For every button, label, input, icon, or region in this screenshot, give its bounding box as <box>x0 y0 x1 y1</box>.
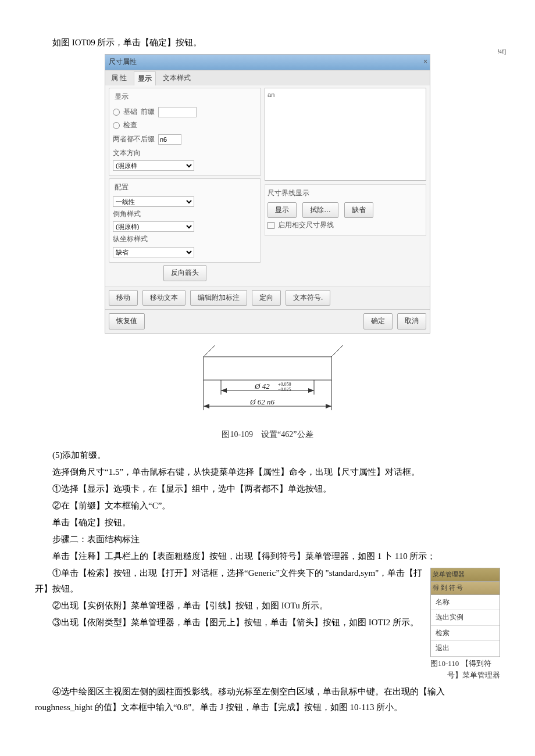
radio-basic[interactable] <box>113 109 120 116</box>
p-5c: ②在【前缀】文本框输入“C”。 <box>35 498 500 514</box>
figure-caption-109: 图10-109 设置“462”公差 <box>186 427 349 442</box>
dim1-value: Ø 42 <box>254 382 270 390</box>
config-group-title: 配置 <box>113 181 130 194</box>
chamfer-style-select[interactable]: (照原样) <box>113 221 194 232</box>
enable-intersect-checkbox[interactable] <box>268 222 274 229</box>
ordinate-style-select[interactable]: 缺省 <box>113 247 194 257</box>
erase-button[interactable]: 拭除… <box>302 202 338 218</box>
p-step2: 步骤二：表面结构标注 <box>35 532 500 547</box>
menu-item-name[interactable]: 名称 <box>431 595 500 611</box>
tolerance-figure: Ø 42 +0.050 −0.025 Ø 62 n6 图10-109 设置“46… <box>186 339 349 442</box>
tab-properties[interactable]: 属 性 <box>108 71 130 86</box>
move-text-button[interactable]: 移动文本 <box>142 290 186 306</box>
menu-item-pick-instance[interactable]: 选出实例 <box>431 610 500 626</box>
p-5d: 单击【确定】按钮。 <box>35 515 500 531</box>
dialog-footer-2: 恢复值 确定 取消 <box>105 309 430 333</box>
ordinate-style-label: 纵坐标样式 <box>113 233 148 246</box>
annotation-text-area[interactable]: an <box>265 88 426 181</box>
orient-button[interactable]: 定向 <box>252 290 281 306</box>
intro-paragraph: 如图 IOT09 所示，单击【确定】按钮。 <box>35 35 500 51</box>
dim1-lower-tol: −0.025 <box>278 387 291 392</box>
edit-attach-button[interactable]: 编辑附加标注 <box>190 290 247 306</box>
text-direction-select[interactable]: (照原样 <box>113 160 194 171</box>
dialog-tabs: 属 性 显示 文本样式 <box>105 70 430 86</box>
reverse-arrow-button[interactable]: 反向箭头 <box>163 265 206 281</box>
get-symbol-header: 得 到 符 号 <box>431 582 500 595</box>
dialog-footer: 移动 移动文本 编辑附加标注 定向 文本符号. <box>105 286 430 310</box>
dimension-properties-dialog: 尺寸属性 × 属 性 显示 文本样式 显示 基础 前缀 <box>105 54 430 334</box>
p-5a: 选择倒角尺寸“1.5”，单击鼠标右键，从快捷菜单选择【属性】命令，出现【尺寸属性… <box>35 464 500 480</box>
get-symbol-menu-figure: 菜单管理器 得 到 符 号 名称 选出实例 检索 退出 图10-110 【得到符… <box>430 568 500 680</box>
both-no-suffix-label: 两者都不后缀 <box>113 133 155 146</box>
cancel-button[interactable]: 取消 <box>397 313 426 329</box>
text-direction-label: 文本方向 <box>113 147 141 160</box>
svg-rect-0 <box>204 357 331 380</box>
svg-line-1 <box>204 345 215 357</box>
text-symbol-button[interactable]: 文本符号. <box>286 290 330 306</box>
move-button[interactable]: 移动 <box>109 290 138 306</box>
restore-button[interactable]: 恢复值 <box>109 313 145 329</box>
prefix-input[interactable] <box>158 107 197 117</box>
dialog-right-column: an 尺寸界线显示 显示 拭除… 缺省 启用相交尺寸界线 <box>265 88 426 282</box>
show-button[interactable]: 显示 <box>268 202 297 218</box>
config-select[interactable]: 一线性 <box>113 196 194 207</box>
prefix-label: 前缀 <box>141 106 155 119</box>
display-group: 显示 基础 前缀 检查 两者都不后缀 <box>109 88 261 176</box>
enable-intersect-label: 启用相交尺寸界线 <box>278 219 334 232</box>
default-button[interactable]: 缺省 <box>344 202 373 218</box>
svg-marker-6 <box>221 388 227 393</box>
menu-manager-header: 菜单管理器 <box>431 568 500 582</box>
svg-line-2 <box>331 345 343 357</box>
tab-display[interactable]: 显示 <box>134 71 156 86</box>
radio-check[interactable] <box>113 122 120 129</box>
svg-marker-7 <box>308 388 314 393</box>
dialog-body: 显示 基础 前缀 检查 两者都不后缀 <box>105 85 430 285</box>
p-step2e: ④选中绘图区主视图左侧的圆柱面投影线。移动光标至左侧空白区域，单击鼠标中键。在出… <box>35 684 500 715</box>
tolerance-drawing-svg: Ø 42 +0.050 −0.025 Ø 62 n6 <box>186 339 349 421</box>
p-5: (5)添加前缀。 <box>35 447 500 463</box>
display-group-title: 显示 <box>113 91 130 103</box>
menu-manager: 菜单管理器 得 到 符 号 名称 选出实例 检索 退出 <box>430 568 500 657</box>
menu-item-retrieve[interactable]: 检索 <box>431 626 500 642</box>
radio-basic-label: 基础 <box>123 106 137 119</box>
dialog-title: 尺寸属性 <box>109 58 137 66</box>
suffix-input[interactable] <box>158 134 181 145</box>
annotation-text-content: an <box>268 91 274 98</box>
figure-caption-110-line2: 号】菜单管理器 <box>430 670 500 680</box>
radio-check-label: 检查 <box>123 119 137 132</box>
dialog-left-column: 显示 基础 前缀 检查 两者都不后缀 <box>109 88 261 282</box>
config-group: 配置 一线性 倒角样式 (照原样) 纵坐标样式 缺省 <box>109 178 261 263</box>
p-step2a: 单击【注释】工具栏上的【表面粗糙度】按钮，出现【得到符号】菜单管理器，如图 1 … <box>35 549 500 564</box>
extension-line-group-title: 尺寸界线显示 <box>268 187 423 200</box>
ok-button[interactable]: 确定 <box>363 313 393 329</box>
p-5b: ①选择【显示】选项卡，在【显示】组中，选中【两者都不】单选按钮。 <box>35 481 500 497</box>
document-page: ¼f] 如图 IOT09 所示，单击【确定】按钮。 尺寸属性 × 属 性 显示 … <box>0 0 535 756</box>
menu-item-exit[interactable]: 退出 <box>431 641 500 657</box>
dialog-titlebar: 尺寸属性 × <box>105 55 430 70</box>
dim1-upper-tol: +0.050 <box>278 382 291 387</box>
chamfer-style-label: 倒角样式 <box>113 208 141 221</box>
dim2-value: Ø 62 n6 <box>249 397 274 406</box>
figure-caption-110-line1: 图10-110 【得到符 <box>430 658 500 669</box>
svg-marker-12 <box>326 404 331 409</box>
header-annotation: ¼f] <box>498 46 506 57</box>
close-icon[interactable]: × <box>423 56 427 69</box>
dialog-figure: 尺寸属性 × 属 性 显示 文本样式 显示 基础 前缀 <box>105 54 430 334</box>
tab-text-style[interactable]: 文本样式 <box>159 71 194 86</box>
svg-marker-11 <box>204 404 209 409</box>
